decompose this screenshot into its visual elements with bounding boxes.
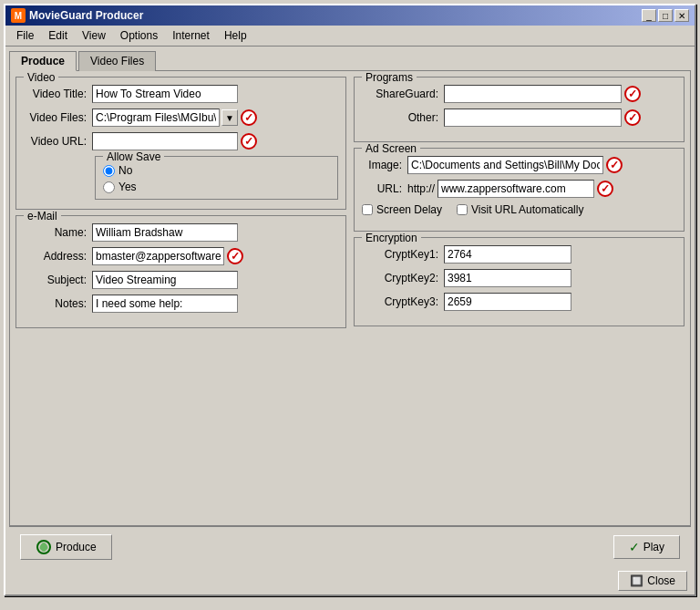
title-bar: M MovieGuard Producer _ □ ✕ <box>5 5 695 26</box>
video-url-label: Video URL: <box>24 135 92 148</box>
cryptkey2-input[interactable] <box>444 269 571 287</box>
video-title-row: Video Title: <box>24 85 338 103</box>
email-address-check-button[interactable]: ✓ <box>226 247 244 265</box>
email-address-input[interactable] <box>92 247 224 265</box>
cryptkey1-label: CryptKey1: <box>362 248 444 261</box>
allow-save-group: Allow Save No Yes <box>95 156 338 200</box>
email-address-input-group: ✓ <box>92 247 244 265</box>
ad-screen-group: Ad Screen Image: ✓ URL: http:// <box>354 148 685 232</box>
other-input[interactable] <box>444 109 622 127</box>
email-subject-input[interactable] <box>92 271 238 289</box>
close-button[interactable]: 🔲 Close <box>618 571 687 591</box>
close-bar: 🔲 Close <box>5 567 695 594</box>
tab-produce[interactable]: Produce <box>9 51 77 71</box>
shareguard-check-icon: ✓ <box>624 86 641 102</box>
email-name-label: Name: <box>24 226 92 239</box>
close-button-label: Close <box>647 574 675 587</box>
ad-url-row: URL: http:// ✓ <box>362 180 676 198</box>
other-input-group: ✓ <box>444 109 642 127</box>
cryptkey3-input[interactable] <box>444 293 571 311</box>
shareguard-input[interactable] <box>444 85 622 103</box>
ad-url-check-button[interactable]: ✓ <box>596 180 614 198</box>
app-icon: M <box>11 8 26 23</box>
produce-svg-icon <box>36 539 52 555</box>
video-url-input-group: ✓ <box>92 132 258 150</box>
image-row: Image: ✓ <box>362 156 676 174</box>
email-group: e-Mail Name: Address: ✓ <box>15 215 346 328</box>
video-url-row: Video URL: ✓ <box>24 132 338 150</box>
video-group: Video Video Title: Video Files: ▼ ✓ <box>15 77 346 210</box>
video-files-check-icon: ✓ <box>241 109 257 126</box>
shareguard-label: ShareGuard: <box>362 88 444 100</box>
menu-help[interactable]: Help <box>217 27 254 44</box>
other-row: Other: ✓ <box>362 109 676 127</box>
radio-yes[interactable] <box>103 181 115 193</box>
visit-url-auto-label: Visit URL Automatically <box>471 203 583 216</box>
ad-url-input[interactable] <box>438 180 594 198</box>
window-title: MovieGuard Producer <box>29 9 143 22</box>
other-check-button[interactable]: ✓ <box>623 109 642 127</box>
email-subject-row: Subject: <box>24 271 338 289</box>
menu-internet[interactable]: Internet <box>165 27 217 44</box>
produce-button-label: Produce <box>56 541 97 553</box>
cryptkey1-input[interactable] <box>444 245 571 264</box>
email-name-input[interactable] <box>92 223 238 242</box>
email-address-label: Address: <box>24 250 92 263</box>
video-files-browse-button[interactable]: ▼ <box>221 109 238 126</box>
cryptkey2-label: CryptKey2: <box>362 272 444 284</box>
maximize-button[interactable]: □ <box>658 9 673 22</box>
tab-video-files[interactable]: Video Files <box>78 51 156 71</box>
tab-bar: Produce Video Files <box>5 47 695 70</box>
cryptkey3-label: CryptKey3: <box>362 295 444 308</box>
checkbox-row: Screen Delay Visit URL Automatically <box>362 203 676 216</box>
left-panel: Video Video Title: Video Files: ▼ ✓ <box>15 77 346 520</box>
ad-url-input-group: ✓ <box>438 180 614 198</box>
image-check-button[interactable]: ✓ <box>605 156 623 174</box>
image-input-group: ✓ <box>407 156 623 174</box>
video-url-input[interactable] <box>92 132 238 150</box>
video-files-input-group: ▼ ✓ <box>92 109 258 127</box>
menu-file[interactable]: File <box>9 27 41 44</box>
menu-view[interactable]: View <box>75 27 113 44</box>
image-label: Image: <box>362 159 407 171</box>
radio-no-label: No <box>118 164 132 177</box>
radio-yes-label: Yes <box>118 181 137 193</box>
video-files-check-button[interactable]: ✓ <box>240 109 258 127</box>
email-subject-label: Subject: <box>24 274 92 286</box>
visit-url-auto-checkbox[interactable] <box>457 204 468 215</box>
menubar: File Edit View Options Internet Help <box>5 26 695 47</box>
email-address-row: Address: ✓ <box>24 247 338 265</box>
shareguard-check-button[interactable]: ✓ <box>623 85 642 103</box>
radio-no-row: No <box>103 164 330 177</box>
ad-url-check-icon: ✓ <box>597 181 613 197</box>
play-button[interactable]: ✓ Play <box>613 535 680 559</box>
ad-screen-group-title: Ad Screen <box>362 142 420 155</box>
email-address-check-icon: ✓ <box>227 248 243 264</box>
menu-edit[interactable]: Edit <box>41 27 75 44</box>
email-notes-row: Notes: <box>24 295 338 313</box>
video-title-label: Video Title: <box>24 88 92 100</box>
image-input[interactable] <box>407 156 603 174</box>
email-notes-input[interactable] <box>92 295 238 313</box>
shareguard-input-group: ✓ <box>444 85 642 103</box>
programs-group: Programs ShareGuard: ✓ Other: <box>354 77 685 142</box>
video-title-input[interactable] <box>92 85 238 103</box>
allow-save-title: Allow Save <box>103 150 164 163</box>
radio-no[interactable] <box>103 165 115 177</box>
programs-group-title: Programs <box>362 71 417 84</box>
video-group-title: Video <box>24 71 58 84</box>
minimize-button[interactable]: _ <box>642 9 656 22</box>
play-icon: ✓ <box>629 540 640 554</box>
screen-delay-checkbox[interactable] <box>362 204 373 215</box>
produce-button[interactable]: Produce <box>20 534 112 560</box>
menu-options[interactable]: Options <box>113 27 165 44</box>
url-prefix: http:// <box>407 182 438 195</box>
close-window-button[interactable]: ✕ <box>674 9 689 22</box>
close-icon: 🔲 <box>630 574 643 587</box>
email-name-row: Name: <box>24 223 338 242</box>
other-label: Other: <box>362 111 444 124</box>
video-url-check-button[interactable]: ✓ <box>240 132 258 150</box>
video-files-input[interactable] <box>92 109 220 127</box>
other-check-icon: ✓ <box>624 109 641 126</box>
email-group-title: e-Mail <box>24 210 61 222</box>
